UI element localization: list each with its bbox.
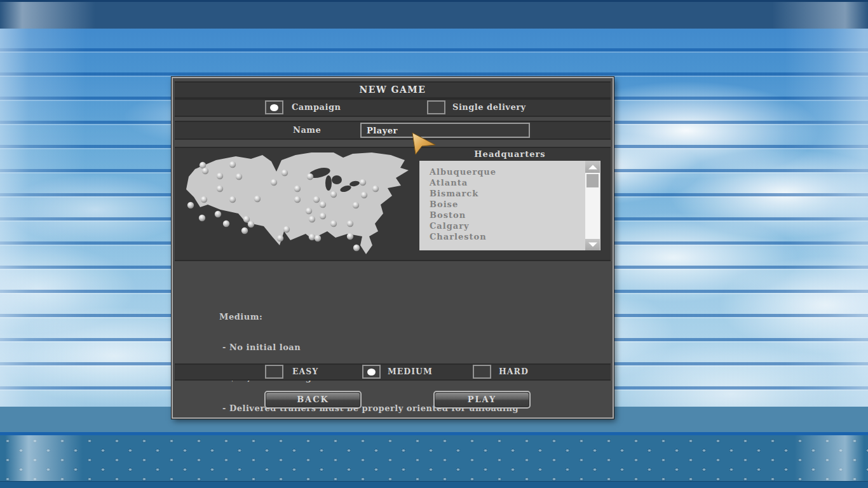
scroll-down-icon <box>588 243 597 247</box>
campaign-radio[interactable] <box>265 100 283 114</box>
new-game-dialog: NEW GAME Campaign Single delivery Name H… <box>172 77 614 419</box>
headquarters-label: Headquarters <box>419 149 600 159</box>
hard-radio[interactable] <box>473 365 491 379</box>
back-button[interactable]: BACK <box>264 391 362 409</box>
list-item[interactable]: Boise <box>419 199 600 210</box>
hard-label: HARD <box>499 367 529 376</box>
list-item[interactable]: Calgary <box>419 220 600 231</box>
riveted-panel <box>0 435 868 481</box>
game-screen: NEW GAME Campaign Single delivery Name H… <box>0 0 868 488</box>
campaign-label: Campaign <box>292 102 341 112</box>
back-button-label: BACK <box>266 393 360 407</box>
campaign-radio-dot <box>270 104 278 111</box>
scrollbar-thumb[interactable] <box>587 174 599 187</box>
scrollbar-track[interactable] <box>585 161 600 250</box>
play-button[interactable]: PLAY <box>433 391 531 409</box>
mode-row <box>175 98 611 117</box>
difficulty-description-line: - No initial loan <box>219 342 519 353</box>
list-item[interactable]: Charleston <box>419 231 600 242</box>
name-label: Name <box>293 125 321 135</box>
list-item[interactable]: Boston <box>419 210 600 220</box>
medium-radio-dot <box>367 369 376 376</box>
easy-label: EASY <box>292 367 318 376</box>
single-delivery-label: Single delivery <box>452 102 526 112</box>
scroll-up-button[interactable] <box>585 161 600 173</box>
medium-radio[interactable] <box>362 365 381 379</box>
usa-map-silhouette <box>186 152 409 254</box>
difficulty-description: Medium: - No initial loan - $20,000 star… <box>219 292 519 434</box>
list-item[interactable]: Albuquerque <box>419 161 600 177</box>
dialog-title: NEW GAME <box>175 81 611 98</box>
single-delivery-checkbox[interactable] <box>427 100 445 114</box>
medium-label: MEDIUM <box>388 367 433 376</box>
list-item[interactable]: Bismarck <box>419 188 600 199</box>
list-item[interactable]: Atlanta <box>419 177 600 188</box>
easy-radio[interactable] <box>265 365 283 379</box>
top-navy-band <box>0 0 868 29</box>
bottom-strip <box>0 481 868 488</box>
scroll-down-button[interactable] <box>585 239 600 250</box>
headquarters-list: Albuquerque Atlanta Bismarck Boise Bosto… <box>419 161 600 250</box>
player-name-input[interactable] <box>360 123 530 138</box>
play-button-label: PLAY <box>435 393 529 407</box>
difficulty-description-title: Medium: <box>219 312 519 322</box>
scroll-up-icon <box>588 165 597 169</box>
usa-map <box>181 152 410 257</box>
